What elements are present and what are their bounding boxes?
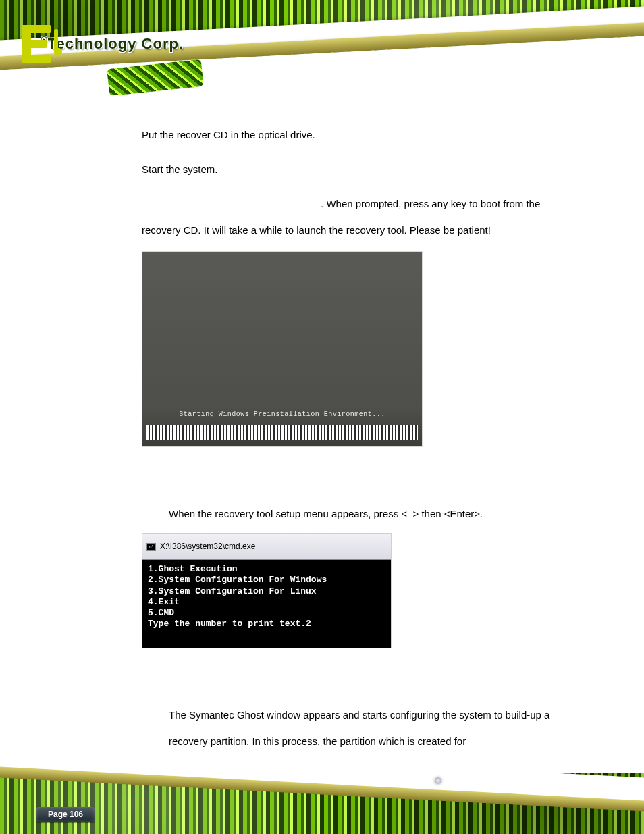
page-footer: Page 106	[0, 760, 644, 834]
cmd-icon: c\	[146, 543, 156, 551]
cmd-titlebar: c\ X:\I386\system32\cmd.exe	[142, 534, 391, 560]
figure-boot-screen: Starting Windows Preinstallation Environ…	[142, 251, 423, 447]
step-4: The system boots from the recovery CD. W…	[142, 190, 580, 243]
brand-logo: ®Technology Corp.	[22, 20, 184, 68]
step-5-text: When the recovery tool setup menu appear…	[169, 508, 483, 519]
page-content: Put the recover CD in the optical drive.…	[0, 95, 644, 754]
cmd-title: X:\I386\system32\cmd.exe	[160, 536, 255, 557]
step-3-text: Start the system.	[142, 163, 218, 175]
cmd-body: 1.Ghost Execution 2.System Configuration…	[142, 560, 391, 648]
step-5: When the recovery tool setup menu appear…	[169, 500, 580, 527]
page-number: Page 106	[36, 807, 95, 822]
page-header: ®Technology Corp.	[0, 0, 644, 95]
boot-progress-ticks	[146, 425, 418, 440]
step-2-text: Put the recover CD in the optical drive.	[142, 129, 315, 140]
step-6-text: The Symantec Ghost window appears and st…	[169, 709, 549, 747]
brand-name: Technology Corp.	[48, 35, 184, 52]
step-2: Put the recover CD in the optical drive.	[142, 122, 580, 148]
brand-logo-mark	[22, 25, 34, 63]
step-3: Start the system.	[142, 156, 580, 182]
step-6: The Symantec Ghost window appears and st…	[169, 702, 580, 754]
boot-status-line: Starting Windows Preinstallation Environ…	[142, 406, 422, 423]
figure-cmd-window: c\ X:\I386\system32\cmd.exe 1.Ghost Exec…	[142, 533, 392, 648]
brand-logo-text: ®Technology Corp.	[41, 35, 184, 53]
footer-dot	[435, 777, 441, 784]
footer-page-capsule: Page 106	[36, 807, 95, 822]
